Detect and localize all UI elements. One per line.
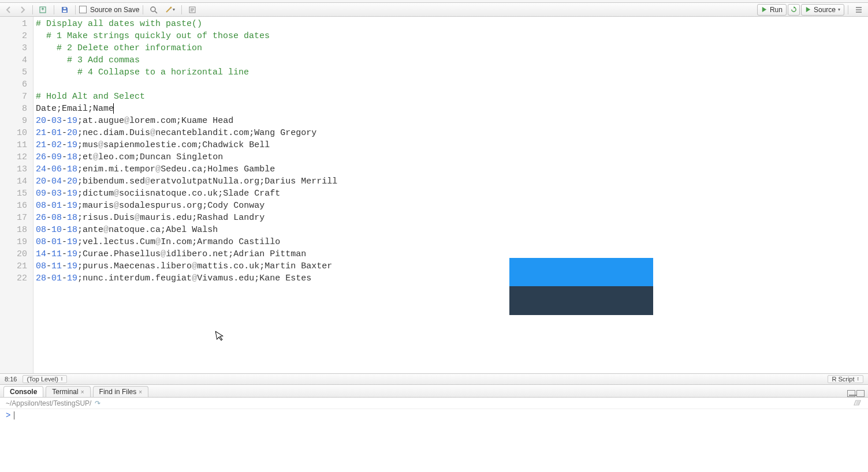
- separator: [848, 5, 848, 14]
- tab-find-label: Find in Files: [99, 388, 137, 396]
- maximize-icon[interactable]: [856, 390, 865, 397]
- tab-console[interactable]: Console: [3, 386, 43, 397]
- source-on-save-label: Source on Save: [90, 6, 139, 14]
- console-path: ~/Appsilon/test/TestingSUP/: [6, 399, 91, 407]
- svg-line-4: [155, 11, 157, 13]
- run-label: Run: [770, 6, 783, 14]
- code-line[interactable]: # Hold Alt and Select: [36, 91, 337, 103]
- wand-icon[interactable]: ▾: [162, 4, 178, 16]
- code-line[interactable]: 20-04-20;bibendum.sed@eratvolutpatNulla.…: [36, 175, 337, 188]
- code-line[interactable]: 26-08-18;risus.Duis@mauris.edu;Rashad La…: [36, 212, 337, 224]
- console-body[interactable]: >: [0, 409, 868, 455]
- separator: [75, 5, 76, 14]
- updown-icon: ↕: [61, 376, 64, 383]
- updown-icon: ↕: [857, 376, 860, 383]
- svg-point-3: [151, 7, 155, 12]
- tab-terminal[interactable]: Terminal ×: [46, 386, 90, 397]
- tab-console-label: Console: [10, 388, 37, 396]
- editor-statusbar: 8:16 (Top Level) ↕ R Script ↕: [0, 373, 868, 385]
- bottom-panel-tabs: Console Terminal × Find in Files ×: [0, 385, 868, 398]
- svg-line-5: [166, 8, 171, 12]
- code-line[interactable]: 08-10-18;ante@natoque.ca;Abel Walsh: [36, 224, 337, 236]
- source-button[interactable]: Source ▾: [801, 4, 844, 16]
- svg-point-6: [170, 6, 172, 8]
- separator: [181, 5, 182, 14]
- overlay-top: [509, 258, 653, 286]
- language-label: R Script: [832, 376, 854, 383]
- save-icon[interactable]: [58, 4, 72, 16]
- code-content[interactable]: # Display all dates with paste() # 1 Mak…: [33, 17, 337, 373]
- tab-find-in-files[interactable]: Find in Files ×: [93, 386, 149, 397]
- code-line[interactable]: # 3 Add commas: [36, 54, 337, 66]
- tab-terminal-label: Terminal: [52, 388, 78, 396]
- run-button[interactable]: Run: [757, 4, 787, 16]
- back-icon[interactable]: [2, 4, 15, 16]
- close-icon[interactable]: ×: [81, 389, 84, 395]
- source-label: Source: [814, 6, 836, 14]
- code-line[interactable]: 14-11-19;Curae.Phasellus@idlibero.net;Ad…: [36, 248, 337, 260]
- separator: [54, 5, 54, 14]
- code-line[interactable]: 24-06-18;enim.mi.tempor@Sedeu.ca;Holmes …: [36, 163, 337, 175]
- code-line[interactable]: 08-01-19;mauris@sodalespurus.org;Cody Co…: [36, 200, 337, 212]
- clear-console-icon[interactable]: [853, 398, 862, 408]
- separator: [143, 5, 143, 14]
- separator: [32, 5, 33, 14]
- code-line[interactable]: # 4 Collapse to a horizontal line: [36, 66, 337, 78]
- code-line[interactable]: 21-01-20;nec.diam.Duis@necanteblandit.co…: [36, 127, 337, 139]
- goto-dir-icon[interactable]: ↷: [95, 399, 100, 407]
- cursor-position: 8:16: [5, 376, 17, 383]
- minimize-icon[interactable]: [847, 390, 855, 397]
- code-line[interactable]: Date;Email;Name: [36, 103, 337, 115]
- overlay-bottom: [509, 286, 653, 315]
- code-line[interactable]: 28-01-19;nunc.interdum.feugiat@Vivamus.e…: [36, 272, 337, 284]
- code-line[interactable]: [36, 78, 337, 91]
- code-line[interactable]: 20-03-19;at.augue@lorem.com;Kuame Head: [36, 115, 337, 127]
- scope-selector[interactable]: (Top Level) ↕: [23, 375, 67, 383]
- forward-icon[interactable]: [16, 4, 29, 16]
- line-numbers: 12345678910111213141516171819202122: [0, 17, 33, 373]
- scope-label: (Top Level): [27, 376, 58, 383]
- console-prompt: >: [6, 411, 14, 420]
- code-line[interactable]: 26-09-18;et@leo.com;Duncan Singleton: [36, 151, 337, 163]
- code-line[interactable]: 08-11-19;purus.Maecenas.libero@mattis.co…: [36, 260, 337, 272]
- code-line[interactable]: # 1 Make strings quickly out of those da…: [36, 30, 337, 42]
- console-path-bar: ~/Appsilon/test/TestingSUP/ ↷: [0, 398, 868, 409]
- code-line[interactable]: 09-03-19;dictum@sociisnatoque.co.uk;Slad…: [36, 188, 337, 200]
- svg-rect-1: [63, 10, 66, 12]
- save-in-new-window-icon[interactable]: [36, 4, 50, 16]
- language-selector[interactable]: R Script ↕: [828, 375, 863, 383]
- editor-toolbar: Source on Save ▾ Run Source ▾: [0, 3, 868, 17]
- code-line[interactable]: # Display all dates with paste(): [36, 18, 337, 30]
- code-line[interactable]: 21-02-19;mus@sapienmolestie.com;Chadwick…: [36, 139, 337, 151]
- close-icon[interactable]: ×: [139, 389, 142, 395]
- popup-overlay: [509, 258, 653, 315]
- code-line[interactable]: 08-01-19;vel.lectus.Cum@In.com;Armando C…: [36, 236, 337, 248]
- code-editor[interactable]: 12345678910111213141516171819202122 # Di…: [0, 17, 868, 373]
- code-line[interactable]: # 2 Delete other information: [36, 42, 337, 54]
- rerun-button[interactable]: [788, 4, 800, 16]
- report-icon[interactable]: [185, 4, 199, 16]
- svg-rect-2: [64, 8, 66, 9]
- find-icon[interactable]: [147, 4, 161, 16]
- outline-icon[interactable]: [852, 4, 866, 16]
- source-on-save-checkbox[interactable]: [79, 6, 87, 13]
